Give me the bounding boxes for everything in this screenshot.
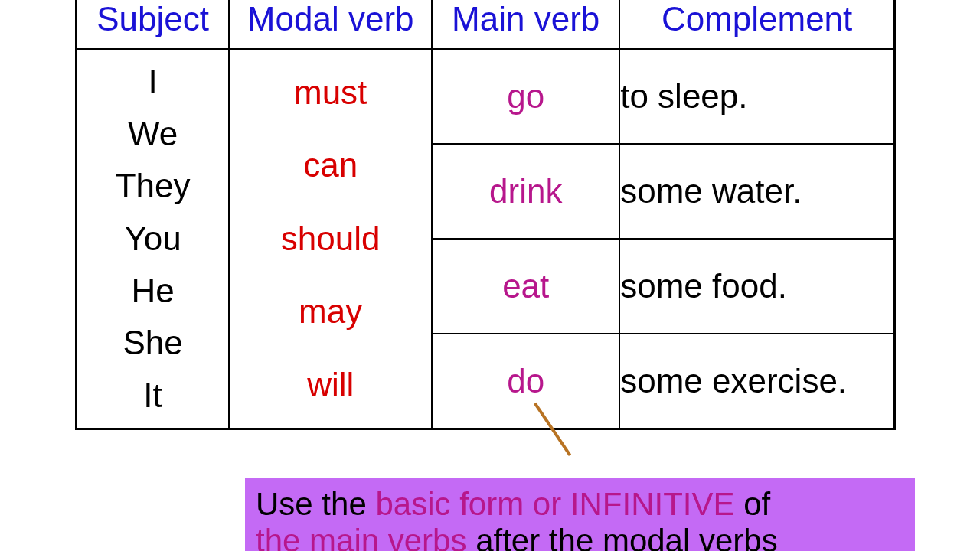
note-highlight: the main verbs <box>256 523 466 551</box>
mainverb-cell: go <box>432 49 619 144</box>
mainverb-cell: eat <box>432 239 619 334</box>
note-text: Use the <box>256 486 375 522</box>
table-header-row: Subject Modal verb Main verb Complement <box>77 0 895 49</box>
note-text: after the modal verbs <box>466 523 777 551</box>
modal-item: should <box>281 220 381 259</box>
header-complement: Complement <box>619 0 894 49</box>
modal-item: must <box>294 73 367 112</box>
modal-item: will <box>307 366 354 405</box>
header-subject: Subject <box>77 0 230 49</box>
slide-canvas: Subject Modal verb Main verb Complement … <box>0 0 980 551</box>
subject-cell: I We They You He She It <box>77 49 230 429</box>
modal-item: may <box>299 292 362 331</box>
modal-item: can <box>303 146 358 185</box>
header-main: Main verb <box>432 0 619 49</box>
complement-cell: to sleep. <box>619 49 894 144</box>
mainverb-cell: drink <box>432 144 619 239</box>
modal-cell: must can should may will <box>229 49 432 429</box>
subject-item: I <box>148 63 157 102</box>
subject-item: It <box>143 377 162 416</box>
complement-cell: some exercise. <box>619 334 894 429</box>
complement-cell: some water. <box>619 144 894 239</box>
subject-item: You <box>124 220 181 259</box>
subject-item: He <box>131 272 174 311</box>
complement-cell: some food. <box>619 239 894 334</box>
note-text: of <box>735 486 771 522</box>
note-highlight: basic form or INFINITIVE <box>375 486 734 522</box>
subject-item: She <box>122 324 182 363</box>
grammar-note: Use the basic form or INFINITIVE of the … <box>245 478 915 551</box>
table-row: I We They You He She It must can should … <box>77 49 895 144</box>
subject-item: We <box>128 115 178 154</box>
modal-verb-table: Subject Modal verb Main verb Complement … <box>75 0 896 430</box>
subject-item: They <box>116 167 191 206</box>
header-modal: Modal verb <box>229 0 432 49</box>
